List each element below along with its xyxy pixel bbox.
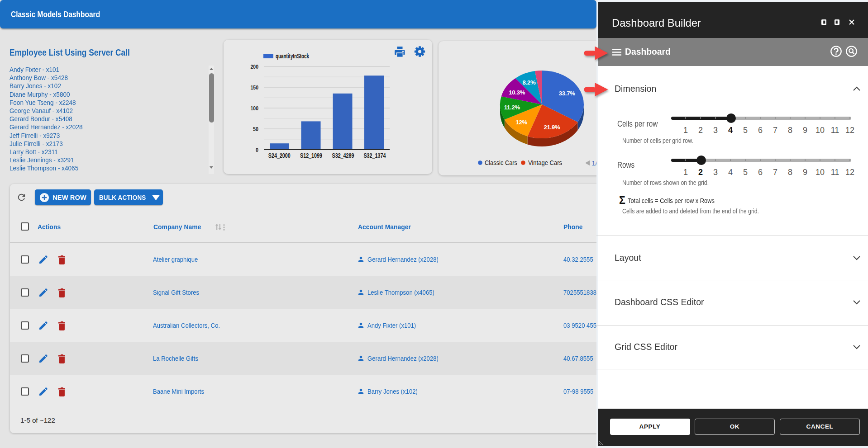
svg-text:8.2%: 8.2% (522, 79, 535, 86)
svg-text:100: 100 (251, 105, 259, 112)
svg-text:S24_2000: S24_2000 (268, 152, 291, 159)
svg-text:21.9%: 21.9% (544, 124, 560, 131)
svg-text:Vintage Cars: Vintage Cars (528, 159, 562, 166)
svg-text:S12_1099: S12_1099 (300, 152, 322, 159)
svg-text:12%: 12% (515, 119, 527, 126)
svg-text:50: 50 (253, 126, 258, 132)
svg-text:11.2%: 11.2% (504, 104, 520, 111)
svg-text:S32_1374: S32_1374 (363, 152, 386, 159)
svg-text:10.3%: 10.3% (509, 89, 525, 96)
svg-text:33.7%: 33.7% (559, 90, 575, 97)
svg-text:150: 150 (251, 84, 259, 91)
svg-text:200: 200 (251, 63, 259, 70)
svg-text:0: 0 (256, 146, 258, 153)
svg-text:S32_4289: S32_4289 (332, 152, 354, 159)
svg-text:Classic Cars: Classic Cars (485, 159, 517, 166)
svg-text:quantityInStock: quantityInStock (276, 52, 309, 60)
